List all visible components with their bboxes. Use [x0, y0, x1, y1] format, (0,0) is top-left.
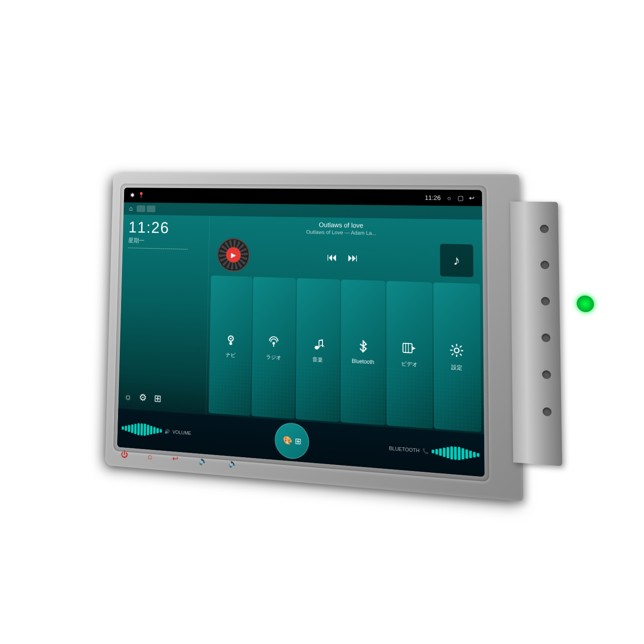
- grid-icon: ⊞: [295, 436, 301, 447]
- bt-arc-9: [462, 448, 465, 460]
- bt-arc-5: [447, 447, 450, 459]
- video-icon: [402, 341, 416, 358]
- vol-arc-7: [140, 423, 143, 435]
- bt-arc-10: [465, 449, 468, 459]
- home-phys-button[interactable]: ⌂: [148, 452, 152, 461]
- screen-bezel: ✱ 📍 11:26 ☼ ▢ ↩: [113, 184, 489, 482]
- bluetooth-status-icon: ✱: [130, 192, 135, 198]
- app-tile-settings[interactable]: 設定: [433, 283, 481, 432]
- mini-icon-box: [146, 206, 155, 213]
- brightness-icon[interactable]: ☼: [124, 391, 132, 403]
- svg-line-4: [319, 340, 322, 340]
- navi-label: ナビ: [225, 351, 235, 359]
- app-tile-video[interactable]: ビデオ: [386, 281, 433, 428]
- status-bar-right: 11:26 ☼ ▢ ↩: [425, 194, 475, 202]
- equalizer-icon[interactable]: ⊞: [154, 393, 161, 404]
- video-label: ビデオ: [401, 360, 417, 368]
- vol-arc-2: [125, 425, 127, 431]
- settings-tile-icon: [450, 343, 465, 361]
- radio-icon: [267, 334, 280, 351]
- settings-icon[interactable]: ⚙: [139, 392, 147, 404]
- playback-controls: ⏮ ⏭: [327, 251, 358, 264]
- bluetooth-bottom-label: BLUETOOTH: [389, 445, 419, 453]
- control-icons: ☼ ⚙ ⊞: [124, 389, 200, 410]
- music-panel: Outlaws of love Outlaws of Love — Adam L…: [206, 216, 484, 434]
- screen: ✱ 📍 11:26 ☼ ▢ ↩: [117, 188, 484, 477]
- bluetooth-call-icon: 📞: [422, 448, 429, 454]
- svg-point-9: [455, 348, 459, 352]
- status-bar-left: ✱ 📍: [130, 192, 145, 199]
- scene: ✱ 📍 11:26 ☼ ▢ ↩: [86, 165, 558, 500]
- music-label: 音楽: [313, 355, 323, 364]
- app-grid: ナビ ラジオ: [206, 274, 484, 434]
- vol-arc-5: [134, 424, 137, 434]
- play-button[interactable]: ▶: [226, 247, 241, 263]
- bracket-holes: [540, 225, 552, 416]
- svg-line-14: [452, 345, 454, 347]
- home-icon[interactable]: ⌂: [129, 205, 133, 212]
- round-btn-icons: 🎨 ⊞: [283, 435, 301, 447]
- dot-pattern: [386, 367, 433, 428]
- vol-arc-6: [137, 423, 140, 435]
- bt-arc-6: [450, 446, 453, 459]
- album-art: ▶: [217, 237, 250, 272]
- volume-arcs: [122, 422, 162, 437]
- svg-marker-8: [412, 346, 416, 350]
- app-tile-music[interactable]: 音楽: [295, 278, 340, 422]
- svg-point-2: [272, 342, 275, 344]
- status-time: 11:26: [425, 194, 441, 201]
- bracket-hole: [542, 370, 551, 379]
- bt-arc-1: [431, 450, 434, 453]
- power-button[interactable]: ⏻: [121, 450, 128, 459]
- bluetooth-label: Bluetooth: [352, 358, 374, 365]
- svg-line-17: [452, 353, 454, 355]
- bracket-hole: [541, 297, 550, 306]
- clock-display: 11:26 星期一: [128, 219, 204, 253]
- bracket-hole: [543, 407, 552, 416]
- device-chassis: ✱ 📍 11:26 ☼ ▢ ↩: [105, 173, 523, 501]
- next-button[interactable]: ⏭: [348, 252, 358, 264]
- volume-label: VOLUME: [172, 429, 191, 436]
- radio-label: ラジオ: [266, 353, 281, 361]
- clock-day: 星期一: [128, 237, 203, 246]
- bt-arcs: [431, 445, 480, 462]
- app-tile-bluetooth[interactable]: Bluetooth: [340, 279, 386, 425]
- app-tile-navi[interactable]: ナビ: [209, 276, 252, 416]
- dot-pattern: [209, 358, 252, 416]
- screen-content: ⌂ 11:26 星期一: [117, 202, 484, 477]
- left-panel: 11:26 星期一 ☼ ⚙ ⊞: [118, 215, 210, 415]
- settings-label: 設定: [451, 363, 462, 372]
- clock-divider: [128, 248, 188, 249]
- vol-down-button[interactable]: 🔈: [198, 456, 207, 466]
- vol-arc-3: [128, 425, 131, 432]
- vol-up-button[interactable]: 🔉: [228, 458, 238, 469]
- previous-button[interactable]: ⏮: [327, 251, 337, 264]
- music-note-icon: ♪: [440, 244, 474, 277]
- svg-point-1: [230, 337, 231, 339]
- main-area: 11:26 星期一 ☼ ⚙ ⊞: [118, 215, 484, 434]
- theme-button[interactable]: 🎨 ⊞: [274, 422, 309, 460]
- bt-arc-11: [469, 450, 472, 458]
- dot-pattern: [434, 370, 481, 432]
- dot-pattern: [340, 365, 386, 425]
- svg-line-15: [460, 354, 462, 355]
- vol-arc-11: [153, 427, 156, 434]
- volume-section: 🔊 VOLUME: [122, 422, 271, 446]
- album-art-inner: ▶: [219, 240, 248, 270]
- window-status-icon: ▢: [458, 194, 464, 202]
- palette-icon: 🎨: [283, 435, 292, 446]
- bt-arc-2: [435, 449, 438, 455]
- back-phys-button[interactable]: ↩: [172, 453, 179, 464]
- bluetooth-section: BLUETOOTH 📞: [313, 436, 480, 462]
- bt-arc-12: [473, 452, 476, 458]
- mini-icon-box: [137, 205, 145, 212]
- bluetooth-icon: [357, 340, 369, 356]
- mini-icons: [137, 205, 155, 212]
- bracket-hole: [541, 334, 550, 343]
- mounting-bracket: [510, 201, 562, 466]
- music-icon: [311, 337, 324, 354]
- app-tile-radio[interactable]: ラジオ: [252, 277, 296, 419]
- bt-arc-3: [439, 448, 442, 456]
- center-buttons: 🎨 ⊞: [274, 422, 309, 460]
- location-status-icon: 📍: [138, 192, 145, 198]
